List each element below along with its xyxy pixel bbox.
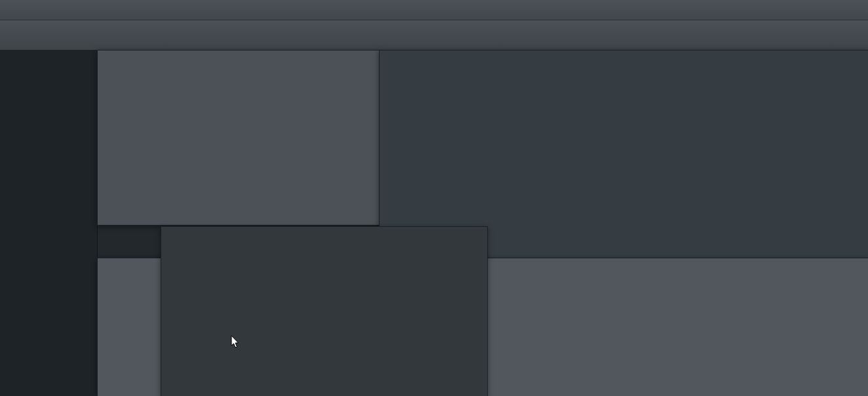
flex-plugin-window — [161, 226, 488, 396]
channel-rack-window — [97, 50, 380, 226]
fl-studio-window — [0, 0, 868, 396]
browser-panel — [0, 50, 98, 396]
main-toolbar — [0, 0, 868, 20]
secondary-toolbar — [0, 20, 868, 50]
